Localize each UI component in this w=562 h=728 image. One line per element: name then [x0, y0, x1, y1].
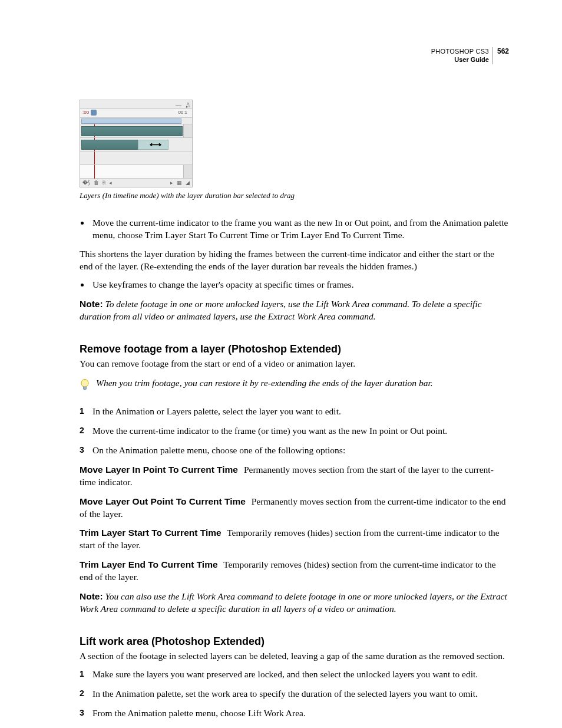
time-start-label: :00 [82, 110, 89, 115]
body-paragraph: This shortens the layer duration by hidi… [80, 248, 509, 273]
definition-item: Trim Layer Start To Current Time Tempora… [80, 527, 509, 552]
time-ruler: :00 00:1 [80, 109, 192, 118]
timeline-rows: ⟷ [80, 124, 192, 179]
definition-item: Move Layer In Point To Current Time Perm… [80, 464, 509, 489]
list-item: In the Animation palette, set the work a… [80, 688, 509, 700]
playhead-icon [91, 110, 97, 116]
section-heading: Lift work area (Photoshop Extended) [80, 635, 509, 648]
layer-duration-bar [81, 140, 138, 150]
svg-point-0 [81, 379, 88, 387]
definition-item: Move Layer Out Point To Current Time Per… [80, 496, 509, 521]
page-content: PHOTOSHOP CS3 User Guide 562 — × ▸≡ :00 … [0, 0, 562, 728]
lightbulb-icon [80, 378, 90, 395]
definition-term: Trim Layer Start To Current Time [80, 528, 222, 538]
empty-row [80, 165, 192, 179]
list-item: In the Animation or Layers palette, sele… [80, 406, 509, 418]
bullet-list: Move the current-time indicator to the f… [80, 217, 509, 242]
resize-icon: ◢ [186, 180, 190, 186]
figure-caption: Layers (In timeline mode) with the layer… [80, 191, 509, 200]
minimize-icon: — [176, 101, 181, 108]
panel-footer: �⟆ 🗑 ⎘ ◂ ▸ ▦ ◢ [80, 179, 192, 187]
note-label: Note: [80, 591, 103, 601]
list-item: On the Animation palette menu, choose on… [80, 444, 509, 457]
page-number: 562 [495, 47, 509, 55]
timeline-figure: — × ▸≡ :00 00:1 ⟷ [80, 100, 509, 187]
panel-menu-icon: ▸≡ [186, 104, 190, 109]
layer-row [80, 124, 192, 138]
zoom-out-icon: �⟆ [82, 180, 90, 186]
trash-icon: 🗑 [94, 180, 99, 186]
note-paragraph: Note: You can also use the Lift Work Are… [80, 591, 509, 615]
time-end-label: 00:1 [178, 110, 187, 115]
guide-label: User Guide [454, 56, 489, 63]
list-item: Use keyframes to change the layer's opac… [90, 279, 509, 291]
work-area-bar [80, 118, 192, 124]
note-paragraph: Note: To delete footage in one or more u… [80, 298, 509, 323]
step-list: In the Animation or Layers palette, sele… [80, 406, 509, 457]
frames-icon: ▦ [177, 180, 182, 186]
step-list: Make sure the layers you want preserved … [80, 668, 509, 720]
section-heading: Remove footage from a layer (Photoshop E… [80, 343, 509, 355]
drag-arrow-icon: ⟷ [150, 140, 161, 149]
definition-term: Trim Layer End To Current Time [80, 559, 218, 569]
list-item: From the Animation palette menu, choose … [80, 707, 509, 720]
layer-duration-bar [81, 126, 183, 136]
note-text: You can also use the Lift Work Area comm… [80, 591, 507, 614]
tip-block: When you trim footage, you can restore i… [80, 377, 509, 395]
tip-text: When you trim footage, you can restore i… [96, 377, 433, 390]
layer-row [80, 151, 192, 165]
convert-icon: ⎘ [103, 180, 105, 186]
definition-term: Move Layer In Point To Current Time [80, 465, 238, 475]
bullet-list: Use keyframes to change the layer's opac… [80, 279, 509, 291]
list-item: Move the current-time indicator to the f… [90, 217, 509, 242]
note-text: To delete footage in one or more unlocke… [80, 299, 482, 321]
book-title: PHOTOSHOP CS3 [431, 48, 489, 55]
definition-item: Trim Layer End To Current Time Temporari… [80, 559, 509, 584]
definition-term: Move Layer Out Point To Current Time [80, 496, 246, 506]
body-paragraph: You can remove footage from the start or… [80, 358, 509, 370]
scroll-up-icon [183, 124, 192, 137]
page-header: PHOTOSHOP CS3 User Guide 562 [80, 47, 509, 64]
panel-titlebar: — × ▸≡ [80, 100, 192, 109]
list-item: Make sure the layers you want preserved … [80, 668, 509, 681]
nav-icon: ◂ [109, 180, 112, 186]
scroll-down-icon [183, 165, 192, 178]
body-paragraph: A section of the footage in selected lay… [80, 650, 509, 663]
layer-row: ⟷ [80, 138, 192, 151]
nav-icon: ▸ [170, 180, 173, 186]
note-label: Note: [80, 299, 103, 309]
list-item: Move the current-time indicator to the f… [80, 425, 509, 437]
svg-rect-3 [84, 389, 86, 390]
timeline-panel: — × ▸≡ :00 00:1 ⟷ [80, 100, 193, 187]
